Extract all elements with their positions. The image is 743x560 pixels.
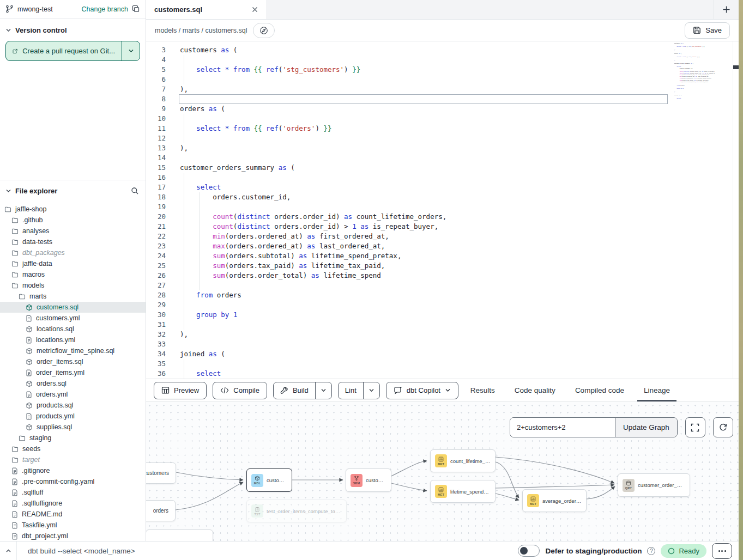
file-explorer-header[interactable]: File explorer: [0, 180, 146, 199]
lineage-node-partial[interactable]: [146, 529, 213, 541]
tree-item-readme-md[interactable]: README.md: [0, 509, 146, 520]
new-tab-button[interactable]: [714, 0, 739, 19]
tab-customers-sql[interactable]: customers.sql: [146, 0, 266, 19]
tree-item-locations-yml[interactable]: locations.yml: [0, 334, 146, 345]
tree-item-data-tests[interactable]: data-tests: [0, 236, 146, 247]
save-button[interactable]: Save: [685, 22, 730, 39]
dbt-copilot-button[interactable]: dbt Copilot: [386, 382, 458, 399]
refresh-button[interactable]: [713, 417, 733, 437]
tree-item-dbt-project-yml[interactable]: dbt_project.yml: [0, 531, 146, 541]
editor-scrollbar[interactable]: [733, 41, 739, 379]
tree-item-supplies-sql[interactable]: supplies.sql: [0, 422, 146, 433]
tree-item-orders-yml[interactable]: orders.yml: [0, 389, 146, 400]
command-input[interactable]: dbt build --select <model_name>: [17, 547, 135, 555]
code-line-21: 21 count(distinct orders.order_id) > 1 a…: [146, 222, 446, 232]
build-button[interactable]: Build: [274, 382, 315, 399]
tree-item-metricflow-time-spine-sql[interactable]: metricflow_time_spine.sql: [0, 345, 146, 356]
update-graph-button[interactable]: Update Graph: [615, 418, 677, 437]
code-line-8: 8: [146, 94, 446, 104]
lineage-node-orders[interactable]: orders: [146, 500, 176, 521]
create-pr-button[interactable]: Create a pull request on Git...: [6, 41, 122, 60]
lineage-node-average-order-value[interactable]: METaverage_order_value: [522, 489, 587, 512]
lint-button[interactable]: Lint: [339, 382, 363, 399]
lineage-node-customers[interactable]: SEMcustomers: [346, 468, 391, 492]
tree-item-target[interactable]: target: [0, 454, 146, 465]
tree-item-customers-yml[interactable]: customers.yml: [0, 313, 146, 324]
lineage-canvas[interactable]: stg_customersordersMDLcustomersSEMcustom…: [146, 401, 739, 541]
tree-item--sqlfluff[interactable]: .sqlfluff: [0, 487, 146, 498]
docs-compass-button[interactable]: [253, 23, 275, 38]
tree-item--gitignore[interactable]: .gitignore: [0, 465, 146, 476]
tree-item-marts[interactable]: marts: [0, 291, 146, 302]
close-icon[interactable]: [252, 7, 258, 13]
collapse-panel-button[interactable]: [0, 541, 17, 560]
lineage-node-stg-customers[interactable]: stg_customers: [146, 462, 176, 484]
tab-compiled-code[interactable]: Compiled code: [575, 379, 624, 401]
copy-branch-icon[interactable]: [132, 5, 140, 13]
tree-item-order-items-yml[interactable]: order_items.yml: [0, 367, 146, 378]
tree-item-seeds[interactable]: seeds: [0, 443, 146, 454]
defer-toggle[interactable]: [518, 545, 540, 557]
line-number: 4: [146, 55, 166, 65]
tree-item-products-yml[interactable]: products.yml: [0, 411, 146, 422]
tree-item-label: customers.sql: [37, 303, 78, 311]
refresh-icon: [718, 423, 728, 432]
tab-lineage[interactable]: Lineage: [644, 379, 670, 401]
tree-item-products-sql[interactable]: products.sql: [0, 400, 146, 411]
lineage-node-count-lifetime-orders[interactable]: METcount_lifetime_orders: [430, 449, 496, 472]
tree-item-dbt-packages[interactable]: dbt_packages: [0, 247, 146, 258]
tab-code-quality[interactable]: Code quality: [515, 379, 555, 401]
lint-dropdown[interactable]: [363, 382, 379, 399]
create-pr-dropdown[interactable]: [122, 41, 140, 60]
fullscreen-button[interactable]: [685, 417, 705, 437]
line-number: 9: [146, 104, 166, 114]
tree-item-analyses[interactable]: analyses: [0, 226, 146, 236]
tree-item-label: README.md: [22, 510, 62, 518]
code-editor[interactable]: 3customers as (45 select * from {{ ref('…: [146, 41, 739, 379]
build-dropdown[interactable]: [315, 382, 331, 399]
more-options-button[interactable]: [712, 543, 732, 559]
preview-button[interactable]: Preview: [154, 382, 207, 399]
tree-item--pre-commit-config-yaml[interactable]: .pre-commit-config.yaml: [0, 476, 146, 487]
search-icon[interactable]: [131, 187, 139, 195]
tab-title: customers.sql: [154, 5, 202, 14]
tree-item--github[interactable]: .github: [0, 215, 146, 226]
change-branch-link[interactable]: Change branch: [82, 5, 128, 13]
tree-item-staging[interactable]: staging: [0, 433, 146, 443]
line-number: 7: [146, 84, 166, 94]
tree-item--sqlfluffignore[interactable]: .sqlfluffignore: [0, 498, 146, 509]
compass-icon: [259, 26, 268, 35]
help-icon[interactable]: ?: [647, 547, 655, 555]
tree-item-customers-sql[interactable]: customers.sql: [0, 302, 146, 313]
met-badge-icon: MET: [527, 494, 539, 507]
minimap[interactable]: 3customers as (45 select * from {{ ref('…: [672, 42, 715, 321]
tree-item-jaffle-data[interactable]: jaffle-data: [0, 258, 146, 269]
tree-item-models[interactable]: models: [0, 280, 146, 291]
file-icon: [11, 533, 18, 540]
compile-button[interactable]: Compile: [213, 382, 267, 399]
lineage-selector-input[interactable]: [510, 418, 615, 437]
tree-item-macros[interactable]: macros: [0, 269, 146, 280]
lineage-node-test-order-items-compute-to-bools-[interactable]: TSTtest_order_items_compute_to_bools...: [246, 500, 347, 522]
scrollbar-thumb[interactable]: [733, 65, 739, 69]
version-control-header[interactable]: Version control: [0, 19, 146, 39]
editor-toolbar: models / marts / customers.sql Save: [146, 20, 739, 41]
tree-item-orders-sql[interactable]: orders.sql: [0, 378, 146, 389]
tab-results[interactable]: Results: [470, 379, 495, 401]
lineage-node-lifetime-spend-pretax[interactable]: METlifetime_spend_pretax: [430, 480, 496, 503]
tree-item-label: macros: [22, 271, 45, 278]
fullscreen-icon: [691, 423, 699, 432]
tree-item-locations-sql[interactable]: locations.sql: [0, 324, 146, 334]
tree-item-jaffle-shop[interactable]: jaffle-shop: [0, 204, 146, 215]
version-control-title: Version control: [15, 26, 67, 34]
tree-item-order-items-sql[interactable]: order_items.sql: [0, 356, 146, 367]
tree-item-taskfile-yml[interactable]: Taskfile.yml: [0, 520, 146, 531]
model-icon: [26, 402, 33, 409]
lineage-node-customer-order-metrics[interactable]: QRYcustomer_order_metrics: [618, 473, 690, 497]
code-line-28: 28 from orders: [146, 290, 446, 300]
node-label: customer_order_metrics: [638, 482, 685, 488]
line-number: 6: [146, 75, 166, 84]
lineage-node-customers[interactable]: MDLcustomers: [246, 468, 292, 492]
bottom-panel-header: Preview Compile Build: [146, 379, 739, 401]
code-line-14: 14: [146, 153, 446, 163]
